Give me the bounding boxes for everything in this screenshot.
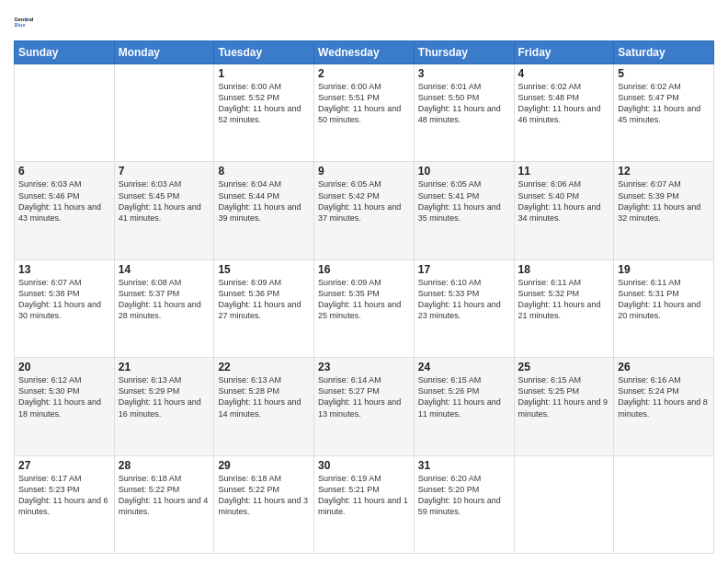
cell-content: Sunrise: 6:10 AM Sunset: 5:33 PM Dayligh… (418, 277, 510, 322)
calendar-week-row: 20Sunrise: 6:12 AM Sunset: 5:30 PM Dayli… (15, 358, 714, 455)
day-number: 3 (418, 67, 510, 80)
day-number: 31 (418, 459, 510, 472)
cell-content: Sunrise: 6:03 AM Sunset: 5:45 PM Dayligh… (119, 178, 210, 224)
calendar-cell: 17Sunrise: 6:10 AM Sunset: 5:33 PM Dayli… (414, 259, 514, 357)
col-header-sunday: Sunday (15, 41, 115, 64)
calendar-cell: 12Sunrise: 6:07 AM Sunset: 5:39 PM Dayli… (614, 162, 714, 259)
day-number: 22 (218, 361, 310, 373)
day-number: 2 (318, 67, 410, 80)
calendar-table: SundayMondayTuesdayWednesdayThursdayFrid… (14, 40, 714, 554)
logo: General Blue (14, 9, 43, 35)
day-number: 7 (119, 165, 210, 178)
day-number: 30 (318, 459, 410, 472)
day-number: 21 (119, 361, 210, 373)
day-number: 19 (618, 263, 710, 276)
cell-content: Sunrise: 6:00 AM Sunset: 5:51 PM Dayligh… (318, 81, 410, 126)
day-number: 27 (18, 459, 110, 472)
cell-content: Sunrise: 6:00 AM Sunset: 5:52 PM Dayligh… (218, 81, 310, 126)
calendar-cell: 25Sunrise: 6:15 AM Sunset: 5:25 PM Dayli… (514, 358, 614, 455)
day-number: 18 (518, 263, 610, 276)
day-number: 6 (18, 165, 110, 178)
calendar-cell: 26Sunrise: 6:16 AM Sunset: 5:24 PM Dayli… (614, 358, 714, 455)
day-number: 26 (618, 361, 710, 373)
day-number: 9 (318, 165, 410, 178)
col-header-wednesday: Wednesday (314, 41, 415, 64)
calendar-cell: 15Sunrise: 6:09 AM Sunset: 5:36 PM Dayli… (214, 259, 314, 357)
cell-content: Sunrise: 6:16 AM Sunset: 5:24 PM Dayligh… (618, 374, 710, 419)
day-number: 17 (418, 263, 510, 276)
calendar-cell: 27Sunrise: 6:17 AM Sunset: 5:23 PM Dayli… (15, 455, 115, 553)
day-number: 29 (218, 459, 310, 472)
day-number: 1 (218, 67, 310, 80)
calendar-cell: 19Sunrise: 6:11 AM Sunset: 5:31 PM Dayli… (614, 259, 714, 357)
cell-content: Sunrise: 6:05 AM Sunset: 5:42 PM Dayligh… (318, 178, 410, 224)
calendar-cell: 24Sunrise: 6:15 AM Sunset: 5:26 PM Dayli… (414, 358, 514, 455)
cell-content: Sunrise: 6:13 AM Sunset: 5:29 PM Dayligh… (119, 374, 210, 419)
cell-content: Sunrise: 6:05 AM Sunset: 5:41 PM Dayligh… (418, 178, 510, 224)
day-number: 28 (119, 459, 210, 472)
cell-content: Sunrise: 6:18 AM Sunset: 5:22 PM Dayligh… (218, 473, 310, 518)
col-header-monday: Monday (114, 41, 214, 64)
day-number: 8 (218, 165, 310, 178)
calendar-cell: 16Sunrise: 6:09 AM Sunset: 5:35 PM Dayli… (314, 259, 415, 357)
cell-content: Sunrise: 6:08 AM Sunset: 5:37 PM Dayligh… (119, 277, 210, 322)
cell-content: Sunrise: 6:09 AM Sunset: 5:36 PM Dayligh… (218, 277, 310, 322)
cell-content: Sunrise: 6:03 AM Sunset: 5:46 PM Dayligh… (18, 178, 110, 224)
page: General Blue SundayMondayTuesdayWednesda… (0, 0, 728, 563)
calendar-cell: 11Sunrise: 6:06 AM Sunset: 5:40 PM Dayli… (514, 162, 614, 259)
col-header-friday: Friday (514, 41, 614, 64)
calendar-cell: 30Sunrise: 6:19 AM Sunset: 5:21 PM Dayli… (314, 455, 415, 553)
day-number: 5 (618, 67, 710, 80)
calendar-cell: 20Sunrise: 6:12 AM Sunset: 5:30 PM Dayli… (15, 358, 115, 455)
col-header-thursday: Thursday (414, 41, 514, 64)
cell-content: Sunrise: 6:11 AM Sunset: 5:32 PM Dayligh… (518, 277, 610, 322)
cell-content: Sunrise: 6:09 AM Sunset: 5:35 PM Dayligh… (318, 277, 410, 322)
calendar-cell (15, 64, 115, 162)
calendar-cell: 8Sunrise: 6:04 AM Sunset: 5:44 PM Daylig… (214, 162, 314, 259)
calendar-cell: 18Sunrise: 6:11 AM Sunset: 5:32 PM Dayli… (514, 259, 614, 357)
calendar-cell: 1Sunrise: 6:00 AM Sunset: 5:52 PM Daylig… (214, 64, 314, 162)
svg-text:Blue: Blue (15, 22, 26, 28)
day-number: 10 (418, 165, 510, 178)
col-header-saturday: Saturday (614, 41, 714, 64)
calendar-cell: 2Sunrise: 6:00 AM Sunset: 5:51 PM Daylig… (314, 64, 415, 162)
calendar-cell: 28Sunrise: 6:18 AM Sunset: 5:22 PM Dayli… (114, 455, 214, 553)
cell-content: Sunrise: 6:02 AM Sunset: 5:47 PM Dayligh… (618, 81, 710, 126)
day-number: 15 (218, 263, 310, 276)
cell-content: Sunrise: 6:04 AM Sunset: 5:44 PM Dayligh… (218, 178, 310, 224)
cell-content: Sunrise: 6:19 AM Sunset: 5:21 PM Dayligh… (318, 473, 410, 518)
calendar-cell (514, 455, 614, 553)
cell-content: Sunrise: 6:15 AM Sunset: 5:26 PM Dayligh… (418, 374, 510, 419)
day-number: 25 (518, 361, 610, 373)
calendar-week-row: 1Sunrise: 6:00 AM Sunset: 5:52 PM Daylig… (15, 64, 714, 162)
day-number: 23 (318, 361, 410, 373)
calendar-cell: 10Sunrise: 6:05 AM Sunset: 5:41 PM Dayli… (414, 162, 514, 259)
cell-content: Sunrise: 6:06 AM Sunset: 5:40 PM Dayligh… (518, 178, 610, 224)
calendar-week-row: 6Sunrise: 6:03 AM Sunset: 5:46 PM Daylig… (15, 162, 714, 259)
cell-content: Sunrise: 6:07 AM Sunset: 5:38 PM Dayligh… (18, 277, 110, 322)
cell-content: Sunrise: 6:01 AM Sunset: 5:50 PM Dayligh… (418, 81, 510, 126)
calendar-week-row: 13Sunrise: 6:07 AM Sunset: 5:38 PM Dayli… (15, 259, 714, 357)
cell-content: Sunrise: 6:15 AM Sunset: 5:25 PM Dayligh… (518, 374, 610, 419)
cell-content: Sunrise: 6:11 AM Sunset: 5:31 PM Dayligh… (618, 277, 710, 322)
day-number: 20 (18, 361, 110, 373)
calendar-cell: 23Sunrise: 6:14 AM Sunset: 5:27 PM Dayli… (314, 358, 415, 455)
calendar-week-row: 27Sunrise: 6:17 AM Sunset: 5:23 PM Dayli… (15, 455, 714, 553)
calendar-cell (614, 455, 714, 553)
day-number: 11 (518, 165, 610, 178)
cell-content: Sunrise: 6:12 AM Sunset: 5:30 PM Dayligh… (18, 374, 110, 419)
calendar-cell: 13Sunrise: 6:07 AM Sunset: 5:38 PM Dayli… (15, 259, 115, 357)
cell-content: Sunrise: 6:18 AM Sunset: 5:22 PM Dayligh… (119, 473, 210, 518)
cell-content: Sunrise: 6:14 AM Sunset: 5:27 PM Dayligh… (318, 374, 410, 419)
calendar-cell: 7Sunrise: 6:03 AM Sunset: 5:45 PM Daylig… (114, 162, 214, 259)
calendar-cell: 31Sunrise: 6:20 AM Sunset: 5:20 PM Dayli… (414, 455, 514, 553)
day-number: 24 (418, 361, 510, 373)
calendar-cell: 29Sunrise: 6:18 AM Sunset: 5:22 PM Dayli… (214, 455, 314, 553)
header: General Blue (14, 9, 714, 35)
calendar-cell: 9Sunrise: 6:05 AM Sunset: 5:42 PM Daylig… (314, 162, 415, 259)
cell-content: Sunrise: 6:20 AM Sunset: 5:20 PM Dayligh… (418, 473, 510, 518)
calendar-cell: 4Sunrise: 6:02 AM Sunset: 5:48 PM Daylig… (514, 64, 614, 162)
day-number: 13 (18, 263, 110, 276)
calendar-header-row: SundayMondayTuesdayWednesdayThursdayFrid… (15, 41, 714, 64)
calendar-cell: 6Sunrise: 6:03 AM Sunset: 5:46 PM Daylig… (15, 162, 115, 259)
